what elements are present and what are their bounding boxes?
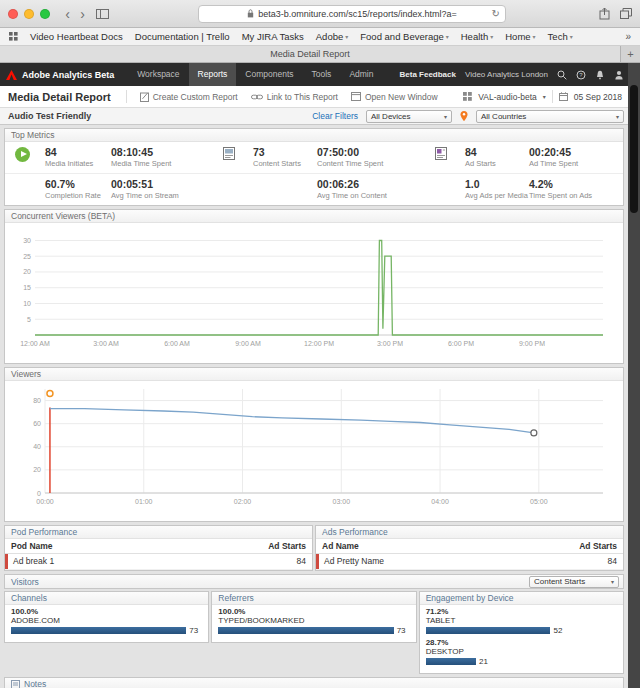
address-bar[interactable]: beta3-b.omniture.com/sc15/reports/index.…: [198, 5, 506, 23]
svg-text:10: 10: [23, 300, 31, 307]
chevron-down-icon: ▾: [611, 578, 614, 585]
concurrent-viewers-chart: 5101520253012:00 AM3:00 AM6:00 AM9:00 AM…: [5, 223, 609, 363]
svg-text:80: 80: [33, 397, 41, 404]
chevron-down-icon: ▾: [345, 33, 348, 40]
device-item-tablet: 71.2% TABLET 52: [426, 607, 617, 635]
close-window-button[interactable]: [8, 9, 18, 19]
device-item-desktop: 28.7% DESKTOP 21: [426, 638, 617, 666]
bar: [426, 627, 551, 634]
bookmark-folder-food-and-beverage[interactable]: Food and Beverage▾: [360, 31, 448, 42]
link-to-report-button[interactable]: Link to This Report: [251, 92, 338, 102]
table-header: Pod NameAd Starts: [5, 539, 312, 554]
panel-title: Channels: [5, 592, 208, 605]
tab-bar: Media Detail Report +: [0, 46, 640, 63]
svg-text:03:00: 03:00: [333, 498, 351, 505]
date-selector[interactable]: 05 Sep 2018: [574, 92, 622, 102]
bell-icon[interactable]: [595, 70, 605, 80]
minimize-window-button[interactable]: [24, 9, 34, 19]
browser-tab[interactable]: Media Detail Report: [0, 46, 620, 62]
nav-reports[interactable]: Reports: [189, 63, 237, 86]
metric-media-initiates: 84Media Initiates: [45, 146, 111, 168]
nav-admin[interactable]: Admin: [340, 63, 382, 86]
clear-filters-link[interactable]: Clear Filters: [312, 111, 358, 121]
user-icon[interactable]: [614, 70, 624, 80]
svg-text:?: ?: [579, 72, 583, 78]
svg-text:9:00 AM: 9:00 AM: [235, 340, 261, 347]
create-custom-report-button[interactable]: Create Custom Report: [140, 92, 238, 102]
bar: [218, 627, 393, 634]
svg-text:12:00 AM: 12:00 AM: [20, 340, 50, 347]
bookmark-documentation-trello[interactable]: Documentation | Trello: [135, 31, 230, 42]
svg-text:12:00 PM: 12:00 PM: [304, 340, 334, 347]
svg-text:3:00 PM: 3:00 PM: [377, 340, 403, 347]
svg-text:6:00 AM: 6:00 AM: [164, 340, 190, 347]
svg-text:30: 30: [23, 237, 31, 244]
help-icon[interactable]: ?: [576, 70, 586, 80]
bookmark-folder-adobe[interactable]: Adobe▾: [316, 31, 349, 42]
report-content: Top Metrics 84Media Initiates 08:10:45Me…: [0, 125, 640, 688]
app-brand: Adobe Analytics Beta: [22, 70, 114, 80]
bookmark-folder-home[interactable]: Home▾: [505, 31, 535, 42]
nav-tools[interactable]: Tools: [303, 63, 341, 86]
report-suite-selector[interactable]: VAL-audio-beta: [478, 92, 536, 102]
viewers-panel: Viewers 02040608000:0001:0002:0003:0004:…: [4, 367, 624, 522]
top-metrics-panel: Top Metrics 84Media Initiates 08:10:45Me…: [4, 128, 624, 206]
metric-avg-time-on-content: 00:06:26Avg Time on Content: [317, 178, 435, 200]
tabs-overview-icon[interactable]: [620, 8, 632, 19]
favorites-grid-icon[interactable]: [9, 32, 18, 41]
channel-item: 100.0% ADOBE.COM 73: [11, 607, 202, 635]
forward-icon[interactable]: ›: [75, 7, 90, 21]
filter-bar: Audio Test Friendly Clear Filters All De…: [0, 108, 640, 125]
metric-completion-rate: 60.7%Completion Rate: [45, 178, 111, 200]
page-scrollbar[interactable]: [628, 63, 640, 688]
svg-text:15: 15: [23, 284, 31, 291]
bookmark-folder-health[interactable]: Health▾: [461, 31, 493, 42]
content-icon: [223, 146, 253, 160]
search-icon[interactable]: [557, 70, 567, 80]
play-icon: [15, 146, 45, 166]
visitors-metric-select[interactable]: Content Starts▾: [529, 576, 619, 588]
svg-text:05:00: 05:00: [530, 498, 548, 505]
svg-text:04:00: 04:00: [431, 498, 449, 505]
account-name[interactable]: Video Analytics London: [465, 70, 548, 79]
bookmark-my-jira-tasks[interactable]: My JIRA Tasks: [242, 31, 304, 42]
new-tab-button[interactable]: +: [620, 46, 640, 62]
panel-title: Concurrent Viewers (BETA): [5, 210, 623, 223]
calendar-icon: [559, 92, 568, 101]
notes-panel: Notes Add Note: [4, 677, 624, 688]
scrollbar-thumb[interactable]: [630, 85, 638, 213]
nav-workspace[interactable]: Workspace: [128, 63, 188, 86]
metric-content-starts: 73Content Starts: [253, 146, 317, 168]
country-filter-select[interactable]: All Countries▾: [476, 110, 624, 123]
svg-text:3:00 AM: 3:00 AM: [93, 340, 119, 347]
svg-text:02:00: 02:00: [234, 498, 252, 505]
sidebar-icon[interactable]: [96, 9, 109, 19]
bookmarks-overflow-icon[interactable]: »: [625, 31, 631, 42]
bookmarks-bar: Video Heartbeat Docs Documentation | Tre…: [0, 28, 640, 46]
svg-text:01:00: 01:00: [135, 498, 153, 505]
referrer-item: 100.0% TYPED/BOOKMARKED 73: [218, 607, 409, 635]
channels-panel: Channels 100.0% ADOBE.COM 73: [4, 591, 209, 643]
open-new-window-button[interactable]: Open New Window: [351, 92, 438, 102]
top-metrics-row-2: 60.7%Completion Rate 00:05:51Avg Time on…: [5, 173, 623, 205]
table-row: Ad Pretty Name84: [316, 554, 623, 570]
zoom-window-button[interactable]: [40, 9, 50, 19]
beta-feedback-link[interactable]: Beta Feedback: [400, 70, 456, 79]
bookmark-folder-tech[interactable]: Tech▾: [548, 31, 573, 42]
reload-icon[interactable]: ↻: [492, 8, 500, 19]
back-icon[interactable]: ‹: [60, 7, 75, 21]
note-icon: [11, 680, 20, 688]
metric-ad-starts: 84Ad Starts: [465, 146, 529, 168]
pod-performance-panel: Pod Performance Pod NameAd Starts Ad bre…: [4, 525, 313, 571]
bookmark-video-heartbeat-docs[interactable]: Video Heartbeat Docs: [30, 31, 123, 42]
concurrent-viewers-panel: Concurrent Viewers (BETA) 5101520253012:…: [4, 209, 624, 364]
panel-title: Pod Performance: [5, 526, 312, 539]
share-icon[interactable]: [599, 7, 610, 20]
device-filter-select[interactable]: All Devices▾: [366, 110, 452, 123]
nav-components[interactable]: Components: [236, 63, 302, 86]
svg-text:20: 20: [23, 268, 31, 275]
url-text: beta3-b.omniture.com/sc15/reports/index.…: [258, 9, 456, 19]
panel-title: Ads Performance: [316, 526, 623, 539]
window-controls: [8, 9, 50, 19]
location-pin-icon: [460, 111, 468, 121]
